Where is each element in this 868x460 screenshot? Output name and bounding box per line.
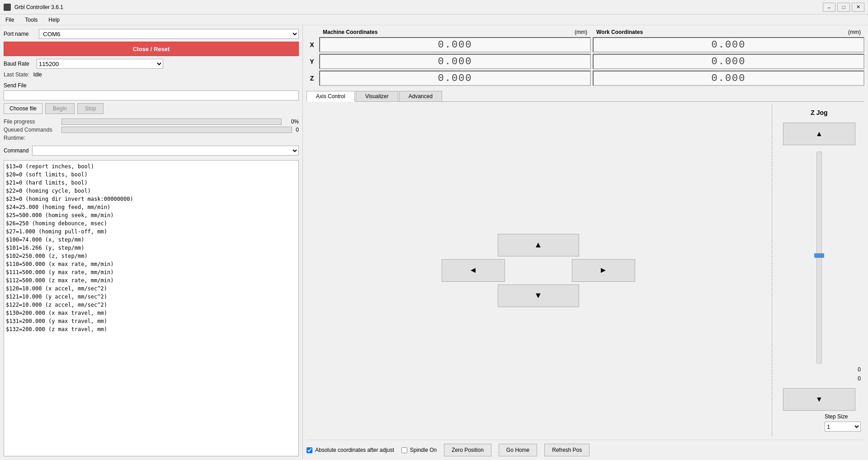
z-down-button[interactable]: ▼ [783, 388, 855, 411]
absolute-coord-checkbox[interactable] [307, 447, 312, 453]
runtime-label: Runtime: [4, 135, 25, 141]
tab-axis-control[interactable]: Axis Control [307, 91, 355, 102]
menu-help[interactable]: Help [45, 16, 63, 24]
z-values-row: 0 [778, 366, 861, 373]
port-row: Port name COM6 [4, 29, 299, 39]
jog-right-button[interactable]: ► [572, 259, 635, 282]
go-home-button[interactable]: Go Home [499, 444, 537, 456]
z-down-arrow-icon: ▼ [816, 395, 823, 403]
down-arrow-icon: ▼ [534, 291, 542, 300]
list-item: $112=500.000 (z max rate, mm/min) [6, 276, 297, 285]
z-machine-value: 0.000 [438, 73, 472, 84]
z-up-button[interactable]: ▲ [783, 123, 855, 145]
tab-visualizer[interactable]: Visualizer [356, 91, 398, 101]
spindle-checkbox[interactable] [401, 447, 407, 453]
queued-bar [61, 127, 292, 133]
jog-middle-row: ◄ ► [442, 259, 635, 282]
baud-row: Baud Rate 115200 [4, 59, 299, 69]
step-size-label: Step Size [825, 413, 848, 420]
last-state-label: Last State: [4, 71, 29, 78]
spindle-row: Spindle On [401, 447, 437, 453]
file-path-input[interactable] [4, 90, 299, 100]
xy-jog-section: ▲ ◄ ► ▼ [307, 104, 770, 436]
x-axis-label: X [307, 37, 317, 52]
list-item: $130=200.000 (x max travel, mm) [6, 309, 297, 317]
close-button[interactable]: ✕ [852, 3, 864, 12]
left-arrow-icon: ◄ [469, 266, 477, 275]
zero-position-button[interactable]: Zero Position [444, 444, 491, 456]
command-label: Command [4, 147, 28, 154]
z-coord-row: Z 0.000 0.000 [307, 71, 864, 86]
main-container: Port name COM6 Close / Reset Baud Rate 1… [0, 25, 868, 460]
last-state-value: Idle [33, 71, 42, 78]
z-slider-track[interactable] [816, 152, 822, 364]
list-item: $21=0 (hard limits, bool) [6, 179, 297, 187]
x-work-value: 0.000 [711, 39, 745, 51]
z-slider-wrapper [816, 152, 822, 364]
right-panel: Machine Coordinates (mm) Work Coordinate… [303, 25, 868, 460]
menu-file[interactable]: File [2, 16, 18, 24]
port-select[interactable]: COM6 [39, 29, 299, 39]
machine-coord-header: Machine Coordinates (mm) [319, 29, 591, 35]
axis-control-content: ▲ ◄ ► ▼ [307, 104, 864, 436]
command-select[interactable] [32, 146, 299, 156]
bottom-controls: Absolute coordinates after adjust Spindl… [307, 440, 864, 456]
list-item: $122=10.000 (z accel, mm/sec^2) [6, 301, 297, 309]
file-progress-label: File progress [4, 119, 58, 125]
runtime-row: Runtime: [4, 135, 299, 141]
z-machine-display: 0.000 [319, 71, 591, 86]
jog-up-button[interactable]: ▲ [498, 234, 579, 256]
step-size-section: Step Size 1 5 10 50 100 [825, 413, 861, 432]
progress-section: File progress 0% Queued Commands 0 Runti… [4, 119, 299, 141]
list-item: $13=0 (report inches, bool) [6, 162, 297, 171]
list-item: $121=10.000 (y accel, mm/sec^2) [6, 293, 297, 301]
menu-bar: File Tools Help [0, 14, 868, 25]
z-value-1: 0 [858, 366, 861, 373]
list-item: $25=500.000 (homing seek, mm/min) [6, 211, 297, 219]
progress-bar [61, 119, 282, 125]
refresh-pos-button[interactable]: Refresh Pos [544, 444, 590, 456]
machine-coord-label: Machine Coordinates [323, 29, 377, 35]
right-arrow-icon: ► [599, 266, 608, 275]
choose-file-button[interactable]: Choose file [4, 103, 42, 114]
tab-advanced[interactable]: Advanced [399, 91, 442, 101]
absolute-coord-row: Absolute coordinates after adjust [307, 447, 394, 453]
menu-tools[interactable]: Tools [21, 16, 41, 24]
list-item: $102=250.000 (z, step/mm) [6, 252, 297, 260]
coordinates-section: Machine Coordinates (mm) Work Coordinate… [307, 29, 864, 87]
step-size-select[interactable]: 1 5 10 50 100 [825, 422, 861, 432]
console-output[interactable]: $13=0 (report inches, bool) $20=0 (soft … [4, 160, 299, 456]
progress-pct: 0% [285, 119, 299, 125]
z-work-display: 0.000 [593, 71, 864, 86]
begin-button[interactable]: Begin [45, 103, 75, 114]
z-values-row-2: 0 [778, 375, 861, 382]
list-item: $24=25.000 (homing feed, mm/min) [6, 203, 297, 211]
z-slider-thumb[interactable] [814, 253, 824, 258]
list-item: $23=0 (homing dir invert mask:00000000) [6, 195, 297, 203]
jog-center-empty [507, 259, 570, 282]
jog-down-row: ▼ [498, 285, 579, 307]
list-item: $132=200.000 (z max travel, mm) [6, 325, 297, 333]
z-jog-section: Z Jog ▲ 0 0 [774, 104, 864, 436]
y-machine-display: 0.000 [319, 54, 591, 69]
close-reset-button[interactable]: Close / Reset [4, 42, 299, 56]
progress-row: File progress 0% [4, 119, 299, 125]
x-work-display: 0.000 [593, 37, 864, 52]
jog-left-button[interactable]: ◄ [442, 259, 505, 282]
y-work-value: 0.000 [711, 56, 745, 67]
stop-button[interactable]: Stop [77, 103, 104, 114]
baud-rate-label: Baud Rate [4, 61, 29, 67]
command-row: Command [4, 146, 299, 156]
maximize-button[interactable]: □ [837, 3, 850, 12]
title-bar-controls: – □ ✕ [823, 3, 864, 12]
minimize-button[interactable]: – [823, 3, 835, 12]
z-value-2: 0 [858, 375, 861, 382]
state-row: Last State: Idle [4, 71, 299, 78]
queued-row: Queued Commands 0 [4, 127, 299, 133]
jog-down-button[interactable]: ▼ [498, 285, 579, 307]
work-coord-unit: (mm) [848, 29, 861, 35]
vertical-divider [772, 104, 772, 436]
machine-coord-unit: (mm) [575, 29, 587, 35]
baud-select[interactable]: 115200 [37, 59, 163, 69]
z-jog-label: Z Jog [811, 109, 827, 116]
